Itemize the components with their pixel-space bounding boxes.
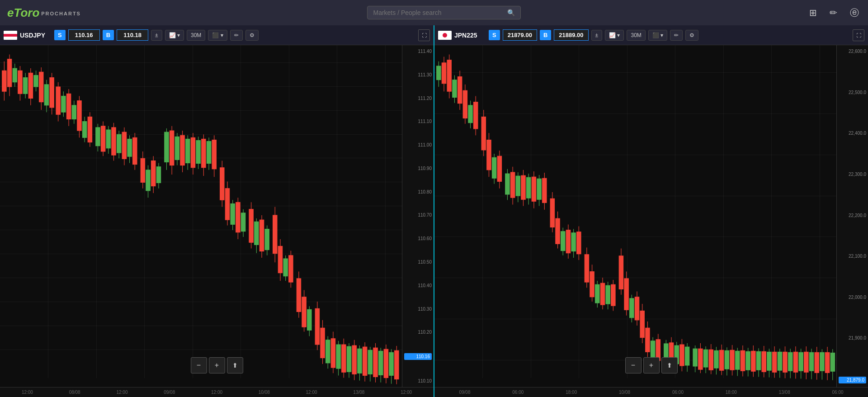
svg-rect-123: [342, 345, 346, 372]
svg-rect-97: [265, 229, 269, 250]
chart2-zoom-minus[interactable]: −: [625, 357, 642, 373]
chart2-toolbar: JPN225 S 21879.00 B 21889.00 ± 📈 ▾ 30M ⬛…: [434, 25, 868, 45]
svg-rect-277: [799, 352, 803, 371]
search-bar[interactable]: 🔍: [367, 6, 521, 19]
svg-rect-65: [175, 137, 179, 160]
chart2-timeframe-button[interactable]: 30M: [627, 30, 645, 41]
price-label-13: 110.20: [404, 330, 432, 335]
svg-rect-35: [88, 117, 92, 142]
time-label-6: 10/08: [241, 390, 288, 395]
svg-rect-173: [510, 172, 514, 198]
price-label-9: 110.60: [404, 236, 432, 241]
chart2-share-button[interactable]: ⬆: [661, 357, 678, 373]
svg-rect-25: [61, 96, 66, 112]
chart1-buy-price: 110.18: [117, 29, 148, 41]
svg-rect-237: [693, 349, 697, 366]
svg-rect-59: [156, 167, 160, 183]
svg-rect-149: [442, 63, 446, 84]
chart2-candles: .bull2 { stroke: #4caf50; fill: #4caf50;…: [434, 45, 836, 387]
price-label-8: 110.70: [404, 213, 432, 217]
chart1-timeframe-button[interactable]: 30M: [187, 30, 205, 41]
svg-rect-81: [220, 168, 224, 200]
chart1-candle-button[interactable]: ⬛ ▾: [208, 30, 227, 41]
chart1-expand-button[interactable]: ⛶: [418, 29, 430, 41]
svg-rect-273: [788, 352, 793, 371]
svg-rect-287: [825, 352, 829, 373]
svg-rect-107: [297, 279, 301, 312]
chart2-buy-price: 21889.00: [554, 29, 588, 41]
charts-container: USDJPY S 110.16 B 110.18 ± 📈 ▾ 30M ⬛ ▾ ✏…: [0, 25, 868, 397]
svg-rect-283: [815, 352, 819, 373]
svg-rect-117: [326, 340, 330, 363]
usdjpy-flag: [4, 31, 17, 40]
svg-rect-243: [709, 350, 713, 370]
svg-rect-101: [278, 246, 282, 273]
chart1-sell-button[interactable]: S: [54, 30, 66, 40]
chart2-zoom-plus[interactable]: +: [643, 357, 660, 373]
svg-rect-131: [363, 347, 367, 375]
svg-rect-109: [302, 297, 306, 327]
chart1-buy-button[interactable]: B: [103, 30, 114, 40]
chart-panel-usdjpy: USDJPY S 110.16 B 110.18 ± 📈 ▾ 30M ⬛ ▾ ✏…: [0, 25, 434, 397]
svg-rect-261: [756, 351, 760, 370]
chart2-chart-type-button[interactable]: 📈 ▾: [605, 30, 624, 41]
svg-rect-139: [384, 349, 388, 378]
chart1-current-price: 110.16: [404, 353, 432, 360]
svg-rect-205: [600, 283, 604, 305]
svg-rect-87: [236, 202, 240, 232]
chart1-zoom-plus[interactable]: +: [209, 357, 225, 373]
chart1-instrument: USDJPY: [20, 32, 52, 39]
chart2-draw-button[interactable]: ✏: [670, 30, 683, 41]
chart1-draw-button[interactable]: ✏: [230, 30, 243, 41]
svg-rect-171: [505, 174, 509, 194]
search-input[interactable]: [373, 9, 504, 16]
grid-layout-button[interactable]: ⊞: [807, 5, 819, 20]
svg-rect-125: [347, 346, 351, 372]
svg-rect-49: [127, 139, 132, 156]
chart1-settings-button[interactable]: ⚙: [245, 30, 259, 41]
svg-rect-275: [793, 352, 797, 372]
time2-label-6: 18:00: [704, 390, 758, 395]
chart2-expand-button[interactable]: ⛶: [853, 29, 864, 41]
svg-rect-247: [719, 350, 723, 370]
svg-rect-61: [165, 132, 169, 162]
chart1-zoom-controls: − + ⬆: [191, 357, 243, 373]
draw-button[interactable]: ✏: [828, 5, 839, 20]
svg-rect-259: [751, 351, 755, 371]
chart2-area: .bull2 { stroke: #4caf50; fill: #4caf50;…: [434, 45, 868, 387]
chart1-zoom-minus[interactable]: −: [191, 357, 207, 373]
chart1-chart-type-button[interactable]: 📈 ▾: [165, 30, 184, 41]
time2-label-4: 10/08: [598, 390, 651, 395]
chart2-plusminus-button[interactable]: ±: [591, 30, 603, 41]
chart1-plusminus-button[interactable]: ±: [151, 30, 162, 41]
chart2-price-label-3: 22,400.0: [839, 131, 866, 136]
time-label-4: 09/08: [146, 390, 193, 395]
svg-rect-253: [736, 351, 740, 369]
svg-rect-19: [44, 85, 48, 105]
svg-rect-15: [34, 75, 38, 87]
svg-rect-1: [4, 34, 17, 37]
logo-procharts: PROCHARTS: [41, 11, 81, 16]
svg-rect-31: [77, 101, 81, 131]
price-label-11: 110.40: [404, 283, 432, 288]
time-label-3: 12:00: [99, 390, 146, 395]
svg-rect-99: [273, 215, 277, 254]
search-icon: 🔍: [507, 9, 515, 16]
nav-right: ⊞ ✏ ⓔ: [807, 5, 861, 21]
etoro-button[interactable]: ⓔ: [848, 5, 861, 21]
svg-rect-263: [762, 351, 766, 372]
price-label-3: 111.20: [404, 96, 432, 101]
chart2-buy-button[interactable]: B: [540, 30, 551, 40]
time-label-5: 12:00: [193, 390, 241, 395]
chart2-candle-button[interactable]: ⬛ ▾: [648, 30, 667, 41]
chart2-sell-button[interactable]: S: [489, 30, 500, 40]
svg-rect-239: [698, 349, 703, 369]
svg-rect-187: [550, 198, 554, 227]
svg-rect-181: [532, 177, 536, 201]
price-label-10: 110.50: [404, 260, 432, 265]
chart2-settings-button[interactable]: ⚙: [685, 30, 698, 41]
chart1-share-button[interactable]: ⬆: [227, 357, 243, 373]
svg-rect-37: [96, 128, 100, 146]
svg-rect-51: [133, 137, 137, 164]
time2-label-3: 18:00: [545, 390, 598, 395]
